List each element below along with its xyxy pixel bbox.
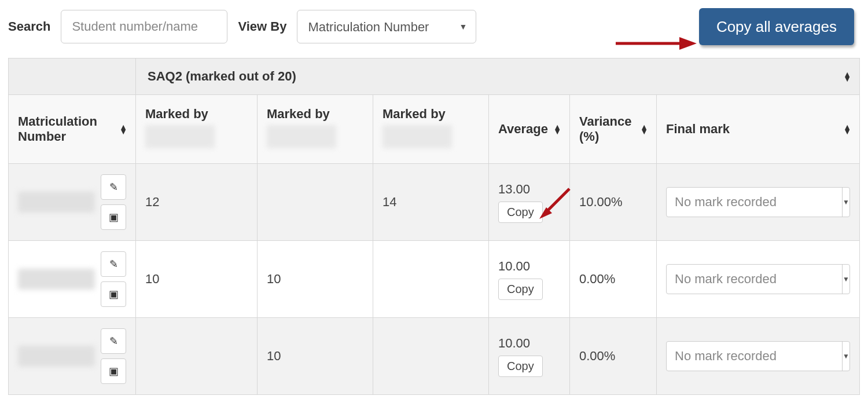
sort-icon[interactable]: ▲▼ (843, 125, 851, 134)
blank-group-header (9, 58, 136, 95)
col-label: Final mark (666, 122, 730, 136)
mark-cell: 10 (136, 241, 258, 318)
edit-button[interactable]: ✎ (101, 328, 126, 354)
pencil-icon: ✎ (109, 258, 118, 270)
table-row: ✎ ▣ 10 10 10.00 Copy 0.00% (9, 241, 860, 318)
redacted-marker-name (145, 125, 215, 148)
sort-icon[interactable]: ▲▼ (640, 125, 648, 134)
copy-average-button[interactable]: Copy (498, 279, 543, 300)
average-value: 10.00 (498, 259, 530, 274)
mark-cell: 10 (258, 318, 373, 395)
redacted-matric-number (18, 192, 95, 213)
mark-cell: 10 (258, 241, 373, 318)
edit-button[interactable]: ✎ (101, 174, 126, 200)
pencil-icon: ✎ (109, 335, 118, 347)
variance-value: 0.00% (570, 318, 657, 395)
group-header-label: SAQ2 (marked out of 20) (148, 69, 296, 83)
search-label: Search (8, 19, 50, 34)
col-matriculation[interactable]: Matriculation Number ▲▼ (9, 95, 136, 164)
redacted-marker-name (382, 125, 452, 148)
variance-value: 10.00% (570, 164, 657, 241)
col-label: Matriculation Number (18, 114, 97, 144)
chevron-down-icon[interactable]: ▼ (842, 342, 849, 371)
table-row: ✎ ▣ 10 10.00 Copy 0.00% (9, 318, 860, 395)
col-label: Marked by (267, 107, 363, 122)
redacted-marker-name (267, 125, 336, 148)
final-mark-combobox[interactable]: ▼ (666, 187, 850, 217)
expand-icon[interactable]: ▲▼ (843, 72, 851, 82)
view-by-label: View By (238, 19, 286, 34)
toolbar: Search View By Matriculation Number ▼ Co… (8, 8, 860, 45)
marks-table: SAQ2 (marked out of 20) ▲▼ Matriculation… (8, 58, 860, 395)
mark-cell (373, 241, 489, 318)
sort-icon[interactable]: ▲▼ (119, 125, 127, 134)
col-label: Average (498, 122, 548, 136)
chevron-down-icon[interactable]: ▼ (842, 188, 849, 217)
edit-button[interactable]: ✎ (101, 251, 126, 277)
average-value: 10.00 (498, 336, 530, 351)
mark-cell (136, 318, 258, 395)
mark-cell (373, 318, 489, 395)
mark-cell: 14 (373, 164, 489, 241)
search-input[interactable] (61, 10, 227, 43)
final-mark-input[interactable] (667, 342, 842, 371)
final-mark-combobox[interactable]: ▼ (666, 341, 850, 371)
chevron-down-icon[interactable]: ▼ (842, 265, 849, 294)
col-label: Marked by (145, 107, 248, 122)
archive-icon: ▣ (109, 211, 119, 224)
col-final-mark[interactable]: Final mark ▲▼ (657, 95, 860, 164)
copy-average-button[interactable]: Copy (498, 202, 543, 223)
col-marker-1[interactable]: Marked by (136, 95, 258, 164)
redacted-matric-number (18, 269, 95, 290)
table-body: ✎ ▣ 12 14 13.00 Copy 10.00% (9, 164, 860, 395)
copy-average-button[interactable]: Copy (498, 356, 543, 377)
final-mark-input[interactable] (667, 188, 842, 217)
archive-icon: ▣ (109, 288, 119, 301)
copy-all-averages-button[interactable]: Copy all averages (699, 8, 854, 45)
question-group-header[interactable]: SAQ2 (marked out of 20) ▲▼ (136, 58, 860, 95)
archive-button[interactable]: ▣ (101, 204, 126, 230)
redacted-matric-number (18, 346, 95, 367)
mark-cell (258, 164, 373, 241)
archive-button[interactable]: ▣ (101, 358, 126, 384)
col-marker-3[interactable]: Marked by (373, 95, 489, 164)
col-variance[interactable]: Variance (%) ▲▼ (570, 95, 657, 164)
archive-button[interactable]: ▣ (101, 281, 126, 307)
pencil-icon: ✎ (109, 181, 118, 193)
col-average[interactable]: Average ▲▼ (489, 95, 570, 164)
col-marker-2[interactable]: Marked by (258, 95, 373, 164)
table-row: ✎ ▣ 12 14 13.00 Copy 10.00% (9, 164, 860, 241)
variance-value: 0.00% (570, 241, 657, 318)
col-label: Marked by (382, 107, 479, 122)
mark-cell: 12 (136, 164, 258, 241)
view-by-select[interactable]: Matriculation Number (297, 10, 476, 43)
sort-icon[interactable]: ▲▼ (553, 125, 561, 134)
final-mark-input[interactable] (667, 265, 842, 294)
final-mark-combobox[interactable]: ▼ (666, 264, 850, 294)
average-value: 13.00 (498, 182, 530, 197)
archive-icon: ▣ (109, 365, 119, 378)
col-label: Variance (%) (579, 114, 632, 144)
